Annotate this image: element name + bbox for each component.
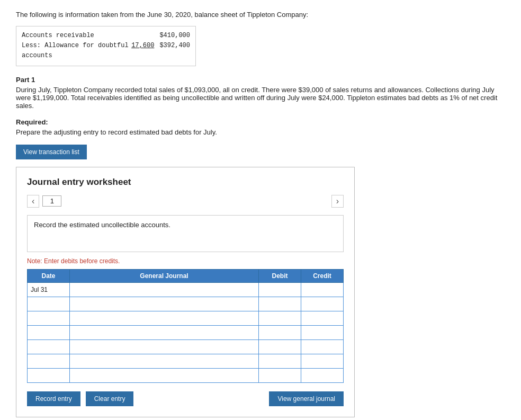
intro-description: The following is information taken from … bbox=[16, 11, 505, 19]
table-row: Jul 31 bbox=[28, 282, 344, 297]
date-input-1[interactable] bbox=[31, 299, 66, 309]
table-row bbox=[28, 311, 344, 325]
page-number-box: 1 bbox=[42, 195, 61, 207]
credit-cell-0[interactable] bbox=[301, 282, 344, 297]
general-journal-input-5[interactable] bbox=[73, 356, 255, 366]
credit-cell-6[interactable] bbox=[301, 368, 344, 382]
bs-row2-value2: $392,400 bbox=[159, 41, 190, 61]
general-journal-cell-4[interactable] bbox=[70, 339, 259, 354]
view-transaction-button[interactable]: View transaction list bbox=[16, 145, 87, 159]
credit-cell-5[interactable] bbox=[301, 354, 344, 368]
table-row bbox=[28, 354, 344, 368]
credit-cell-1[interactable] bbox=[301, 297, 344, 311]
general-journal-input-0[interactable] bbox=[73, 285, 255, 294]
note-text: Note: Enter debits before credits. bbox=[27, 257, 344, 265]
instruction-text: Record the estimated uncollectible accou… bbox=[34, 221, 170, 229]
debit-input-3[interactable] bbox=[262, 328, 298, 337]
bs-row1-value: $410,000 bbox=[159, 31, 190, 41]
part1-section: Part 1 During July, Tippleton Company re… bbox=[16, 76, 505, 110]
worksheet-title: Journal entry worksheet bbox=[27, 177, 344, 187]
clear-entry-button[interactable]: Clear entry bbox=[86, 391, 134, 406]
date-cell-0: Jul 31 bbox=[28, 282, 70, 297]
required-title: Required: bbox=[16, 118, 505, 126]
date-cell-3[interactable] bbox=[28, 325, 70, 339]
general-journal-input-1[interactable] bbox=[73, 299, 255, 309]
header-credit: Credit bbox=[301, 269, 344, 282]
part1-body: During July, Tippleton Company recorded … bbox=[16, 86, 505, 110]
debit-cell-3[interactable] bbox=[259, 325, 301, 339]
journal-table-body: Jul 31 bbox=[28, 282, 344, 382]
date-cell-6[interactable] bbox=[28, 368, 70, 382]
bs-row1-label: Accounts receivable bbox=[22, 31, 159, 41]
debit-input-4[interactable] bbox=[262, 342, 298, 352]
debit-cell-5[interactable] bbox=[259, 354, 301, 368]
debit-cell-0[interactable] bbox=[259, 282, 301, 297]
debit-input-0[interactable] bbox=[262, 285, 298, 294]
general-journal-input-3[interactable] bbox=[73, 328, 255, 337]
date-cell-1[interactable] bbox=[28, 297, 70, 311]
instruction-box: Record the estimated uncollectible accou… bbox=[27, 215, 344, 252]
general-journal-cell-2[interactable] bbox=[70, 311, 259, 325]
credit-cell-2[interactable] bbox=[301, 311, 344, 325]
bottom-button-row: Record entry Clear entry View general jo… bbox=[27, 391, 344, 406]
credit-cell-3[interactable] bbox=[301, 325, 344, 339]
table-row bbox=[28, 368, 344, 382]
table-row bbox=[28, 297, 344, 311]
table-row bbox=[28, 325, 344, 339]
bs-row2-label: Less: Allowance for doubtful bbox=[22, 42, 129, 49]
credit-input-6[interactable] bbox=[304, 371, 340, 380]
general-journal-input-4[interactable] bbox=[73, 342, 255, 352]
prev-page-button[interactable]: ‹ bbox=[27, 195, 39, 208]
credit-input-0[interactable] bbox=[304, 285, 340, 294]
required-section: Required: Prepare the adjusting entry to… bbox=[16, 118, 505, 136]
credit-input-5[interactable] bbox=[304, 356, 340, 366]
date-input-4[interactable] bbox=[31, 342, 66, 352]
next-page-button[interactable]: › bbox=[331, 195, 344, 208]
general-journal-cell-3[interactable] bbox=[70, 325, 259, 339]
debit-input-1[interactable] bbox=[262, 299, 298, 309]
debit-input-6[interactable] bbox=[262, 371, 298, 380]
credit-input-4[interactable] bbox=[304, 342, 340, 352]
debit-cell-2[interactable] bbox=[259, 311, 301, 325]
header-date: Date bbox=[28, 269, 70, 282]
table-row bbox=[28, 339, 344, 354]
debit-cell-1[interactable] bbox=[259, 297, 301, 311]
date-input-5[interactable] bbox=[31, 356, 66, 366]
date-input-3[interactable] bbox=[31, 328, 66, 337]
nav-row: ‹ 1 › bbox=[27, 195, 344, 208]
balance-sheet-table: Accounts receivable $410,000 Less: Allow… bbox=[16, 26, 196, 66]
credit-cell-4[interactable] bbox=[301, 339, 344, 354]
date-cell-4[interactable] bbox=[28, 339, 70, 354]
credit-input-2[interactable] bbox=[304, 314, 340, 323]
general-journal-input-6[interactable] bbox=[73, 371, 255, 380]
date-input-6[interactable] bbox=[31, 371, 66, 380]
credit-input-3[interactable] bbox=[304, 328, 340, 337]
general-journal-cell-5[interactable] bbox=[70, 354, 259, 368]
date-cell-2[interactable] bbox=[28, 311, 70, 325]
date-cell-5[interactable] bbox=[28, 354, 70, 368]
header-general-journal: General Journal bbox=[70, 269, 259, 282]
date-input-2[interactable] bbox=[31, 314, 66, 323]
worksheet-container: Journal entry worksheet ‹ 1 › Record the… bbox=[16, 167, 355, 417]
part1-title: Part 1 bbox=[16, 76, 505, 84]
general-journal-cell-0[interactable] bbox=[70, 282, 259, 297]
header-debit: Debit bbox=[259, 269, 301, 282]
journal-table: Date General Journal Debit Credit Jul 31 bbox=[27, 269, 344, 383]
bs-row-2: Less: Allowance for doubtful accounts 17… bbox=[22, 41, 190, 61]
general-journal-cell-1[interactable] bbox=[70, 297, 259, 311]
general-journal-input-2[interactable] bbox=[73, 314, 255, 323]
debit-cell-6[interactable] bbox=[259, 368, 301, 382]
view-general-journal-button[interactable]: View general journal bbox=[269, 391, 344, 406]
table-header-row: Date General Journal Debit Credit bbox=[28, 269, 344, 282]
general-journal-cell-6[interactable] bbox=[70, 368, 259, 382]
debit-input-2[interactable] bbox=[262, 314, 298, 323]
bs-row2-value1: 17,600 bbox=[131, 41, 154, 61]
bs-row2-label2: accounts bbox=[22, 52, 52, 59]
required-body: Prepare the adjusting entry to record es… bbox=[16, 128, 505, 136]
debit-cell-4[interactable] bbox=[259, 339, 301, 354]
debit-input-5[interactable] bbox=[262, 356, 298, 366]
credit-input-1[interactable] bbox=[304, 299, 340, 309]
bs-row-1: Accounts receivable $410,000 bbox=[22, 31, 190, 41]
record-entry-button[interactable]: Record entry bbox=[27, 391, 80, 406]
